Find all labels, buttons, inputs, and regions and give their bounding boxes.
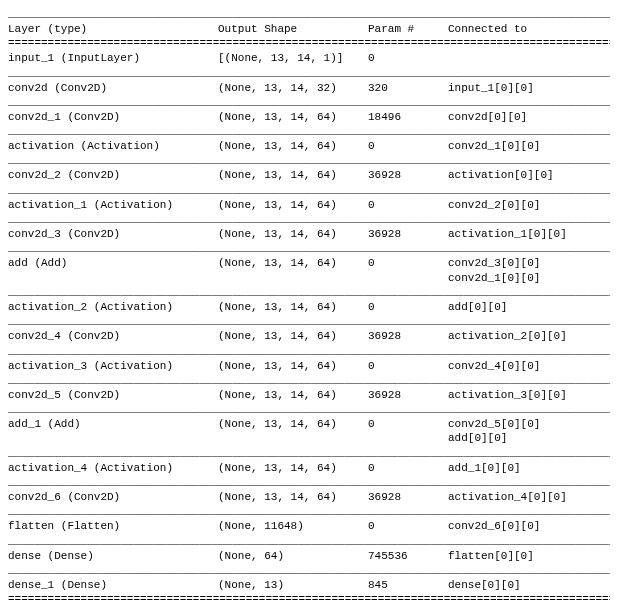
cell-output-shape: (None, 13, 14, 32) bbox=[218, 81, 368, 95]
cell-param: 36928 bbox=[368, 329, 448, 343]
divider-thin: ________________________________________… bbox=[8, 447, 610, 460]
cell-param: 0 bbox=[368, 519, 448, 533]
table-row: conv2d_3 (Conv2D)(None, 13, 14, 64)36928… bbox=[8, 226, 610, 242]
cell-connected-to: conv2d_4[0][0] bbox=[448, 359, 610, 373]
divider-thin: ________________________________________… bbox=[8, 154, 610, 167]
cell-param: 0 bbox=[368, 417, 448, 446]
cell-param: 0 bbox=[368, 300, 448, 314]
cell-connected-to: add_1[0][0] bbox=[448, 461, 610, 475]
cell-output-shape: (None, 13, 14, 64) bbox=[218, 461, 368, 475]
cell-output-shape: (None, 13, 14, 64) bbox=[218, 139, 368, 153]
cell-output-shape: (None, 11648) bbox=[218, 519, 368, 533]
connected-entry: conv2d[0][0] bbox=[448, 110, 610, 124]
cell-output-shape: (None, 13, 14, 64) bbox=[218, 417, 368, 446]
connected-entry: activation_2[0][0] bbox=[448, 329, 610, 343]
table-row: add (Add)(None, 13, 14, 64)0conv2d_3[0][… bbox=[8, 255, 610, 286]
cell-layer: dense (Dense) bbox=[8, 549, 218, 563]
table-row: add_1 (Add)(None, 13, 14, 64)0conv2d_5[0… bbox=[8, 416, 610, 447]
connected-entry: conv2d_6[0][0] bbox=[448, 519, 610, 533]
connected-entry: Connected to bbox=[448, 22, 610, 36]
table-row: conv2d_2 (Conv2D)(None, 13, 14, 64)36928… bbox=[8, 167, 610, 183]
connected-entry: activation_4[0][0] bbox=[448, 490, 610, 504]
cell-output-shape: (None, 13, 14, 64) bbox=[218, 388, 368, 402]
table-row: activation_3 (Activation)(None, 13, 14, … bbox=[8, 358, 610, 374]
cell-layer: add (Add) bbox=[8, 256, 218, 285]
cell-output-shape: (None, 13, 14, 64) bbox=[218, 329, 368, 343]
cell-output-shape: (None, 13, 14, 64) bbox=[218, 300, 368, 314]
cell-connected-to: activation_1[0][0] bbox=[448, 227, 610, 241]
divider-thin: ________________________________________… bbox=[8, 67, 610, 80]
cell-layer: activation (Activation) bbox=[8, 139, 218, 153]
cell-layer: Layer (type) bbox=[8, 22, 218, 36]
cell-param: 36928 bbox=[368, 388, 448, 402]
cell-param: 845 bbox=[368, 578, 448, 592]
table-row: activation (Activation)(None, 13, 14, 64… bbox=[8, 138, 610, 154]
cell-layer: conv2d_5 (Conv2D) bbox=[8, 388, 218, 402]
cell-connected-to: activation_2[0][0] bbox=[448, 329, 610, 343]
table-row: flatten (Flatten)(None, 11648)0conv2d_6[… bbox=[8, 518, 610, 534]
cell-layer: conv2d_2 (Conv2D) bbox=[8, 168, 218, 182]
cell-param: 36928 bbox=[368, 168, 448, 182]
cell-output-shape: (None, 13, 14, 64) bbox=[218, 227, 368, 241]
connected-entry: conv2d_5[0][0] bbox=[448, 417, 610, 431]
cell-layer: conv2d_3 (Conv2D) bbox=[8, 227, 218, 241]
cell-param: 320 bbox=[368, 81, 448, 95]
table-row: conv2d (Conv2D)(None, 13, 14, 32)320inpu… bbox=[8, 80, 610, 96]
cell-output-shape: (None, 13, 14, 64) bbox=[218, 490, 368, 504]
table-row: conv2d_4 (Conv2D)(None, 13, 14, 64)36928… bbox=[8, 328, 610, 344]
cell-output-shape: (None, 13, 14, 64) bbox=[218, 359, 368, 373]
cell-layer: activation_4 (Activation) bbox=[8, 461, 218, 475]
cell-connected-to: dense[0][0] bbox=[448, 578, 610, 592]
cell-output-shape: (None, 64) bbox=[218, 549, 368, 563]
connected-entry: conv2d_2[0][0] bbox=[448, 198, 610, 212]
cell-param: 0 bbox=[368, 139, 448, 153]
divider-thin: ________________________________________… bbox=[8, 242, 610, 255]
connected-entry: activation[0][0] bbox=[448, 168, 610, 182]
connected-entry: conv2d_1[0][0] bbox=[448, 139, 610, 153]
table-row: input_1 (InputLayer)[(None, 13, 14, 1)]0 bbox=[8, 50, 610, 66]
cell-connected-to: activation[0][0] bbox=[448, 168, 610, 182]
cell-layer: activation_1 (Activation) bbox=[8, 198, 218, 212]
cell-param: 36928 bbox=[368, 490, 448, 504]
cell-layer: dense_1 (Dense) bbox=[8, 578, 218, 592]
connected-entry: dense[0][0] bbox=[448, 578, 610, 592]
cell-layer: activation_3 (Activation) bbox=[8, 359, 218, 373]
connected-entry: add[0][0] bbox=[448, 431, 610, 445]
divider-thin: ________________________________________… bbox=[8, 286, 610, 299]
cell-connected-to: conv2d_3[0][0]conv2d_1[0][0] bbox=[448, 256, 610, 285]
connected-entry: conv2d_3[0][0] bbox=[448, 256, 610, 270]
cell-connected-to: conv2d_6[0][0] bbox=[448, 519, 610, 533]
connected-entry: add[0][0] bbox=[448, 300, 610, 314]
table-row: conv2d_5 (Conv2D)(None, 13, 14, 64)36928… bbox=[8, 387, 610, 403]
cell-layer: flatten (Flatten) bbox=[8, 519, 218, 533]
table-header-row: Layer (type)Output ShapeParam #Connected… bbox=[8, 21, 610, 37]
divider-thin: ________________________________________… bbox=[8, 315, 610, 328]
divider-thin: ________________________________________… bbox=[8, 476, 610, 489]
connected-entry: add_1[0][0] bbox=[448, 461, 610, 475]
table-row: dense_1 (Dense)(None, 13)845dense[0][0] bbox=[8, 577, 610, 593]
cell-output-shape: (None, 13, 14, 64) bbox=[218, 256, 368, 285]
cell-output-shape: (None, 13, 14, 64) bbox=[218, 198, 368, 212]
cell-param: 0 bbox=[368, 359, 448, 373]
table-row: activation_1 (Activation)(None, 13, 14, … bbox=[8, 197, 610, 213]
cell-param: Param # bbox=[368, 22, 448, 36]
connected-entry: input_1[0][0] bbox=[448, 81, 610, 95]
divider-thin: ________________________________________… bbox=[8, 564, 610, 577]
cell-output-shape: [(None, 13, 14, 1)] bbox=[218, 51, 368, 65]
cell-layer: conv2d_6 (Conv2D) bbox=[8, 490, 218, 504]
connected-entry: flatten[0][0] bbox=[448, 549, 610, 563]
cell-layer: input_1 (InputLayer) bbox=[8, 51, 218, 65]
divider-thin: ________________________________________… bbox=[8, 505, 610, 518]
cell-param: 0 bbox=[368, 51, 448, 65]
cell-output-shape: (None, 13, 14, 64) bbox=[218, 110, 368, 124]
cell-output-shape: (None, 13, 14, 64) bbox=[218, 168, 368, 182]
connected-entry: activation_3[0][0] bbox=[448, 388, 610, 402]
divider-thin: ________________________________________… bbox=[8, 213, 610, 226]
cell-param: 0 bbox=[368, 461, 448, 475]
connected-entry: activation_1[0][0] bbox=[448, 227, 610, 241]
cell-connected-to: conv2d_5[0][0]add[0][0] bbox=[448, 417, 610, 446]
divider-thin: ________________________________________… bbox=[8, 403, 610, 416]
cell-connected-to: input_1[0][0] bbox=[448, 81, 610, 95]
cell-connected-to bbox=[448, 51, 610, 65]
table-row: dense (Dense)(None, 64)745536flatten[0][… bbox=[8, 548, 610, 564]
